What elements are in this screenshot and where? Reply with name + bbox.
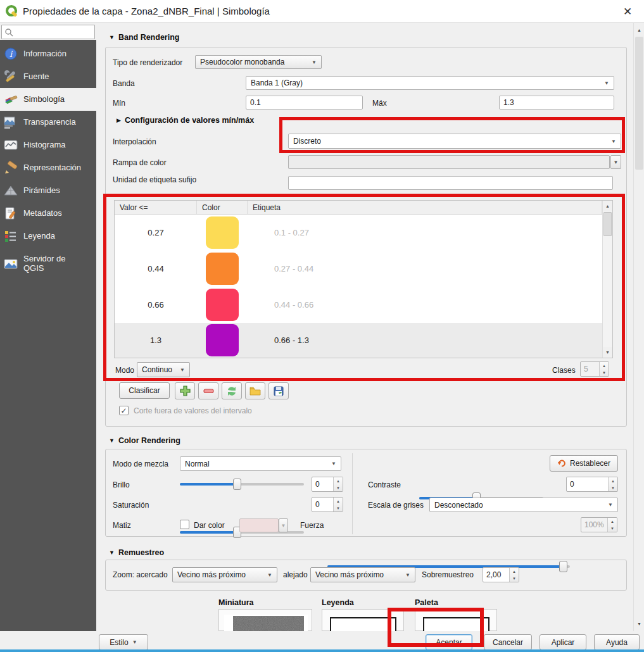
scroll-up-icon[interactable]: ▲ (603, 201, 612, 211)
style-menu-button[interactable]: Estilo ▼ (99, 634, 148, 650)
color-swatch[interactable] (206, 324, 239, 356)
sidebar-search-input[interactable] (1, 25, 95, 39)
sidebar: i Información Fuente Simbología (0, 40, 96, 631)
column-header-color[interactable]: Color (197, 201, 248, 214)
minmax-settings-header[interactable]: ▶Configuración de valores mín/máx (117, 116, 254, 125)
dialog-scrollbar-thumb[interactable] (635, 37, 643, 170)
resampling-header[interactable]: ▼Remuestreo (109, 548, 164, 557)
table-row[interactable]: 0.66 0.44 - 0.66 (115, 287, 602, 323)
colorize-color-menu-button[interactable]: ▼ (279, 518, 288, 532)
slider-handle[interactable] (233, 479, 241, 490)
sidebar-item-representacion[interactable]: Representación (0, 156, 96, 179)
sidebar-item-metadatos[interactable]: Metadatos (0, 202, 96, 225)
reload-classes-icon (226, 386, 237, 397)
color-ramp-select[interactable] (288, 155, 610, 169)
saturation-stepper[interactable]: 0 ▲▼ (312, 497, 343, 512)
spin-up-icon[interactable]: ▲ (608, 518, 617, 525)
sidebar-item-servidor-qgis[interactable]: Servidor de QGIS (0, 248, 96, 280)
sidebar-item-informacion[interactable]: i Información (0, 42, 96, 65)
label-unit-suffix-input[interactable] (288, 176, 613, 190)
symbology-brush-icon (4, 92, 18, 106)
load-color-map-button[interactable] (245, 382, 265, 399)
sidebar-item-leyenda[interactable]: Leyenda (0, 225, 96, 248)
chevron-down-icon: ▼ (327, 461, 336, 467)
table-scrollbar-thumb[interactable] (603, 212, 612, 236)
strength-stepper[interactable]: 100% ▲▼ (581, 517, 617, 532)
sidebar-item-histograma[interactable]: Histograma (0, 134, 96, 156)
layer-properties-dialog: Propiedades de la capa - Zona2_dNBR_Fina… (0, 0, 644, 652)
renderer-type-select[interactable]: Pseudocolor monobanda ▼ (195, 55, 322, 69)
palette-preview (415, 609, 497, 631)
info-icon: i (4, 47, 18, 61)
close-icon[interactable]: ✕ (620, 4, 635, 18)
zoom-out-select[interactable]: Vecino más próximo ▼ (310, 567, 415, 582)
color-rendering-header[interactable]: ▼Color Rendering (109, 436, 180, 445)
spin-down-icon[interactable]: ▼ (510, 575, 519, 582)
clip-extent-checkbox[interactable]: ✓ (119, 406, 129, 415)
contrast-stepper[interactable]: 0 ▲▼ (566, 477, 618, 492)
sidebar-item-piramides[interactable]: Pirámides (0, 179, 96, 202)
zoom-in-label: Zoom: acercado (113, 568, 168, 582)
sidebar-item-transparencia[interactable]: Transparencia (0, 111, 96, 134)
blend-mode-label: Modo de mezcla (113, 457, 168, 471)
zoom-in-select[interactable]: Vecino más próximo ▼ (172, 567, 277, 582)
ok-button[interactable]: Aceptar (426, 634, 472, 650)
column-header-value[interactable]: Valor <= (115, 201, 197, 214)
scroll-down-icon[interactable]: ▼ (603, 347, 612, 358)
add-class-button[interactable] (175, 382, 195, 399)
color-ramp-menu-button[interactable]: ▼ (610, 155, 621, 169)
palette-label: Paleta (415, 598, 438, 607)
spin-down-icon[interactable]: ▼ (334, 505, 343, 511)
band-rendering-header[interactable]: ▼Band Rendering (109, 33, 179, 42)
reload-classes-button[interactable] (222, 382, 242, 399)
band-select[interactable]: Banda 1 (Gray) ▼ (246, 76, 614, 90)
spin-up-icon[interactable]: ▲ (600, 362, 609, 369)
brightness-stepper[interactable]: 0 ▲▼ (312, 477, 343, 492)
table-row[interactable]: 0.44 0.27 - 0.44 (115, 251, 602, 287)
max-input[interactable]: 1.3 (499, 96, 614, 110)
classes-stepper[interactable]: 5 ▲▼ (580, 361, 609, 377)
reset-button[interactable]: Restablecer (550, 455, 618, 472)
brightness-slider[interactable] (180, 477, 304, 491)
sidebar-item-fuente[interactable]: Fuente (0, 65, 96, 88)
colorize-checkbox[interactable] (180, 520, 189, 529)
scroll-down-icon[interactable]: ▼ (635, 618, 644, 629)
table-row[interactable]: 0.27 0.1 - 0.27 (115, 215, 602, 251)
dialog-scrollbar[interactable]: ▲ ▼ (633, 23, 644, 631)
chevron-down-icon: ▼ (401, 572, 410, 578)
spin-up-icon[interactable]: ▲ (609, 477, 617, 484)
help-button[interactable]: Ayuda (594, 634, 640, 650)
column-header-label[interactable]: Etiqueta (248, 201, 602, 214)
color-swatch[interactable] (206, 253, 239, 285)
scroll-up-icon[interactable]: ▲ (635, 25, 644, 35)
spin-down-icon[interactable]: ▼ (609, 484, 617, 491)
cancel-button[interactable]: Cancelar (484, 634, 532, 650)
spin-up-icon[interactable]: ▲ (510, 568, 519, 575)
color-swatch[interactable] (206, 289, 239, 321)
mode-select[interactable]: Continuo ▼ (137, 362, 190, 377)
load-color-map-icon (249, 386, 261, 397)
remove-class-button[interactable] (198, 382, 218, 399)
save-color-map-button[interactable] (268, 382, 289, 399)
check-icon: ✓ (120, 406, 127, 415)
interpolation-select[interactable]: Discreto ▼ (288, 134, 621, 149)
min-input[interactable]: 0.1 (246, 96, 363, 110)
spin-up-icon[interactable]: ▲ (334, 477, 343, 484)
spin-up-icon[interactable]: ▲ (334, 498, 343, 505)
sidebar-item-simbologia[interactable]: Simbología (0, 88, 96, 111)
oversampling-stepper[interactable]: 2,00 ▲▼ (483, 567, 519, 582)
table-scrollbar[interactable]: ▲ ▼ (602, 201, 612, 358)
spin-down-icon[interactable]: ▼ (608, 525, 617, 532)
spin-down-icon[interactable]: ▼ (600, 369, 609, 376)
colorize-color-swatch[interactable] (239, 518, 279, 532)
table-row[interactable]: 1.3 0.66 - 1.3 (115, 323, 602, 358)
color-swatch[interactable] (206, 216, 239, 249)
grayscale-select[interactable]: Desconectado ▼ (429, 498, 618, 512)
qgis-logo-icon (5, 4, 19, 18)
color-classification-table[interactable]: Valor <= Color Etiqueta 0.27 0.1 - 0.27 … (114, 200, 613, 358)
classify-button[interactable]: Clasificar (119, 382, 170, 399)
spin-down-icon[interactable]: ▼ (334, 484, 343, 491)
apply-button[interactable]: Aplicar (540, 634, 586, 650)
blend-mode-select[interactable]: Normal ▼ (180, 456, 341, 471)
strength-label: Fuerza (300, 518, 324, 532)
